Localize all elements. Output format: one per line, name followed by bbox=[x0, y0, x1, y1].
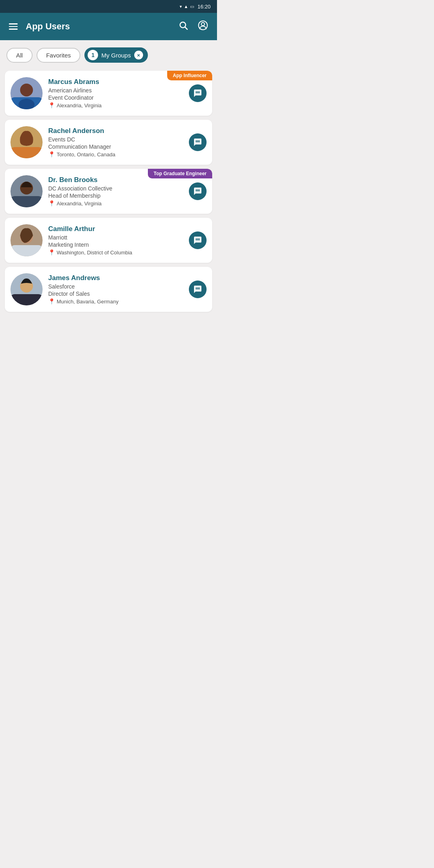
location-pin-icon: 📍 bbox=[48, 298, 55, 305]
user-company: Salesforce bbox=[48, 283, 183, 290]
signal-icon: ▲ bbox=[184, 4, 188, 9]
svg-rect-15 bbox=[10, 245, 43, 256]
location-pin-icon: 📍 bbox=[48, 200, 55, 207]
user-location: 📍 Alexandria, Virginia bbox=[48, 102, 183, 108]
user-role: Communication Manager bbox=[48, 143, 183, 150]
svg-rect-9 bbox=[10, 147, 43, 158]
page-title: App Users bbox=[26, 21, 170, 32]
filter-favorites-button[interactable]: Favorites bbox=[37, 48, 81, 63]
user-location: 📍 Munich, Bavaria, Germany bbox=[48, 298, 183, 305]
message-button[interactable] bbox=[189, 84, 207, 102]
avatar bbox=[10, 224, 43, 256]
avatar bbox=[10, 273, 43, 305]
message-button[interactable] bbox=[189, 182, 207, 200]
user-info: Dr. Ben Brooks DC Association Collective… bbox=[48, 176, 183, 207]
profile-button[interactable] bbox=[196, 18, 210, 35]
svg-rect-12 bbox=[10, 196, 43, 207]
user-badge: App Influencer bbox=[167, 71, 212, 80]
filter-bar: All Favorites 1 My Groups × bbox=[0, 40, 217, 68]
user-role: Marketing Intern bbox=[48, 242, 183, 248]
user-company: Events DC bbox=[48, 136, 183, 143]
battery-icon: ▭ bbox=[190, 4, 194, 9]
mygroups-close-button[interactable]: × bbox=[134, 51, 143, 59]
user-location: 📍 Toronto, Ontario, Canada bbox=[48, 151, 183, 158]
location-pin-icon: 📍 bbox=[48, 102, 55, 108]
location-text: Alexandria, Virginia bbox=[57, 102, 102, 108]
location-pin-icon: 📍 bbox=[48, 151, 55, 158]
user-list: App Influencer Marcus Abrams American Ai… bbox=[0, 68, 217, 315]
user-info: Camille Arthur Marriott Marketing Intern… bbox=[48, 225, 183, 256]
filter-all-button[interactable]: All bbox=[6, 48, 33, 63]
status-time: 16:20 bbox=[197, 4, 211, 10]
user-card[interactable]: Camille Arthur Marriott Marketing Intern… bbox=[5, 218, 212, 263]
user-info: James Andrews Salesforce Director of Sal… bbox=[48, 274, 183, 305]
user-company: DC Association Collective bbox=[48, 185, 183, 192]
user-name: James Andrews bbox=[48, 274, 183, 282]
status-icons: ▾ ▲ ▭ bbox=[180, 4, 194, 9]
user-location: 📍 Alexandria, Virginia bbox=[48, 200, 183, 207]
user-card[interactable]: Rachel Anderson Events DC Communication … bbox=[5, 120, 212, 165]
mygroups-badge: 1 bbox=[88, 50, 98, 60]
status-bar: ▾ ▲ ▭ 16:20 bbox=[0, 0, 217, 13]
location-text: Munich, Bavaria, Germany bbox=[57, 299, 119, 305]
svg-point-3 bbox=[201, 23, 205, 26]
app-header: App Users bbox=[0, 13, 217, 40]
user-card[interactable]: Top Graduate Engineer Dr. Ben Brooks DC … bbox=[5, 169, 212, 214]
wifi-icon: ▾ bbox=[180, 4, 182, 9]
message-button[interactable] bbox=[189, 280, 207, 298]
user-card[interactable]: App Influencer Marcus Abrams American Ai… bbox=[5, 71, 212, 116]
message-button[interactable] bbox=[189, 133, 207, 151]
user-company: American Airlines bbox=[48, 87, 183, 94]
user-info: Rachel Anderson Events DC Communication … bbox=[48, 127, 183, 158]
user-location: 📍 Washington, District of Columbia bbox=[48, 249, 183, 256]
svg-point-6 bbox=[20, 84, 33, 96]
user-role: Event Coordinator bbox=[48, 94, 183, 101]
search-button[interactable] bbox=[177, 19, 190, 34]
user-badge: Top Graduate Engineer bbox=[148, 169, 212, 178]
location-text: Alexandria, Virginia bbox=[57, 201, 102, 207]
filter-mygroups-button[interactable]: 1 My Groups × bbox=[84, 47, 147, 63]
user-name: Rachel Anderson bbox=[48, 127, 183, 135]
svg-rect-18 bbox=[10, 294, 43, 305]
menu-button[interactable] bbox=[7, 22, 19, 31]
avatar bbox=[10, 126, 43, 158]
message-button[interactable] bbox=[189, 231, 207, 249]
user-card[interactable]: James Andrews Salesforce Director of Sal… bbox=[5, 267, 212, 312]
user-role: Director of Sales bbox=[48, 291, 183, 297]
user-name: Marcus Abrams bbox=[48, 78, 183, 86]
user-company: Marriott bbox=[48, 234, 183, 241]
mygroups-label: My Groups bbox=[101, 52, 131, 59]
location-text: Washington, District of Columbia bbox=[57, 250, 132, 256]
svg-line-1 bbox=[185, 27, 188, 30]
avatar bbox=[10, 77, 43, 109]
location-pin-icon: 📍 bbox=[48, 249, 55, 256]
avatar bbox=[10, 175, 43, 207]
user-role: Head of Membership bbox=[48, 192, 183, 199]
location-text: Toronto, Ontario, Canada bbox=[57, 151, 115, 158]
user-name: Camille Arthur bbox=[48, 225, 183, 233]
user-info: Marcus Abrams American Airlines Event Co… bbox=[48, 78, 183, 108]
